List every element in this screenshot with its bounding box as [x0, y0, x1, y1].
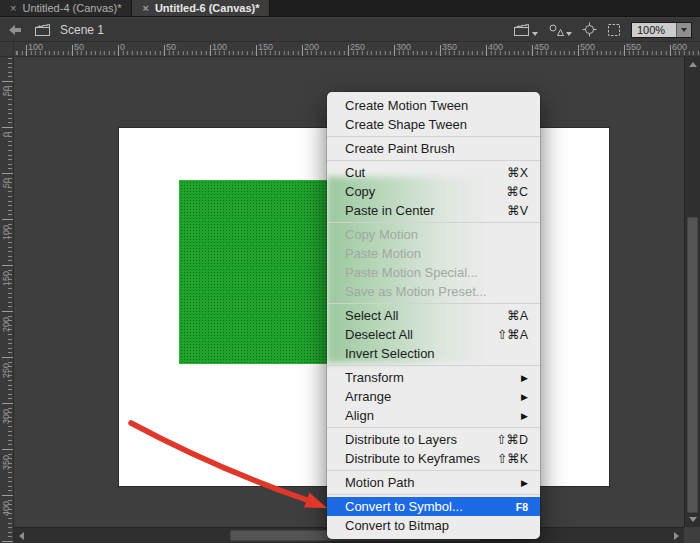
ruler-label: 50	[2, 86, 11, 96]
menu-item-select-all[interactable]: Select All⌘A	[327, 306, 540, 325]
menu-item-shortcut: ⌘C	[506, 184, 528, 199]
menu-item-arrange[interactable]: Arrange▶	[327, 387, 540, 406]
ruler-major-tick	[2, 449, 13, 450]
menu-item-label: Distribute to Layers	[345, 432, 496, 447]
back-button[interactable]	[4, 24, 26, 36]
close-icon[interactable]: ×	[10, 3, 16, 14]
zoom-level-dropdown[interactable]: 100%	[631, 22, 692, 38]
menu-item-label: Transform	[345, 370, 521, 385]
ruler-major-tick	[210, 45, 211, 56]
menu-item-create-shape-tween[interactable]: Create Shape Tween	[327, 115, 540, 134]
scene-breadcrumb[interactable]: Scene 1	[60, 23, 104, 37]
edit-bar-tools: 100%	[513, 22, 692, 38]
edit-symbols-button[interactable]	[548, 23, 572, 37]
menu-separator	[327, 427, 540, 428]
menu-separator	[327, 136, 540, 137]
menu-item-shortcut: ⇧⌘D	[496, 432, 528, 447]
context-menu: Create Motion TweenCreate Shape TweenCre…	[327, 92, 540, 539]
menu-item-distribute-to-layers[interactable]: Distribute to Layers⇧⌘D	[327, 430, 540, 449]
scroll-right-icon[interactable]	[674, 532, 679, 540]
menu-item-label: Deselect All	[345, 327, 497, 342]
tab-untitled-4[interactable]: × Untitled-4 (Canvas)*	[0, 0, 132, 16]
menu-item-label: Invert Selection	[345, 346, 528, 361]
scroll-up-icon[interactable]	[689, 62, 697, 67]
menu-item-label: Copy	[345, 184, 506, 199]
back-arrow-icon	[8, 24, 22, 36]
ruler-label: 300	[2, 408, 11, 423]
chevron-down-icon	[681, 28, 687, 32]
menu-item-label: Arrange	[345, 389, 521, 404]
ruler-major-tick	[486, 45, 487, 56]
ruler-major-tick	[118, 45, 119, 56]
ruler-major-tick	[2, 403, 13, 404]
ruler-major-tick	[256, 45, 257, 56]
menu-item-invert-selection[interactable]: Invert Selection	[327, 344, 540, 363]
menu-separator	[327, 365, 540, 366]
ruler-major-tick	[2, 173, 13, 174]
ruler-major-tick	[624, 45, 625, 56]
menu-item-label: Create Motion Tween	[345, 98, 528, 113]
menu-item-paste-in-center[interactable]: Paste in Center⌘V	[327, 201, 540, 220]
menu-item-label: Motion Path	[345, 475, 521, 490]
menu-separator	[327, 160, 540, 161]
menu-item-copy[interactable]: Copy⌘C	[327, 182, 540, 201]
ruler-major-tick	[26, 45, 27, 56]
ruler-label: 0	[2, 131, 11, 136]
center-stage-button[interactable]	[582, 22, 597, 37]
menu-item-cut[interactable]: Cut⌘X	[327, 163, 540, 182]
zoom-dropdown-button[interactable]	[676, 23, 691, 37]
ruler-label: 50	[166, 43, 176, 52]
submenu-arrow-icon: ▶	[521, 373, 528, 383]
menu-item-create-motion-tween[interactable]: Create Motion Tween	[327, 96, 540, 115]
ruler-major-tick	[2, 495, 13, 496]
ruler-label: 50	[2, 178, 11, 188]
menu-item-label: Paste Motion	[345, 246, 528, 261]
ruler-label: 550	[626, 43, 641, 52]
menu-item-transform[interactable]: Transform▶	[327, 368, 540, 387]
menu-item-deselect-all[interactable]: Deselect All⇧⌘A	[327, 325, 540, 344]
ruler-major-tick	[2, 265, 13, 266]
close-icon[interactable]: ×	[142, 3, 148, 14]
menu-item-create-paint-brush[interactable]: Create Paint Brush	[327, 139, 540, 158]
ruler-major-tick	[532, 45, 533, 56]
chevron-down-icon	[566, 32, 572, 36]
animate-window: × Untitled-4 (Canvas)* × Untitled-6 (Can…	[0, 0, 700, 543]
document-tab-bar: × Untitled-4 (Canvas)* × Untitled-6 (Can…	[0, 0, 700, 17]
ruler-label: 350	[442, 43, 457, 52]
vertical-ruler: 50050100150200250300350400450	[0, 57, 14, 543]
edit-scene-button[interactable]	[513, 23, 538, 37]
menu-item-convert-to-bitmap[interactable]: Convert to Bitmap	[327, 516, 540, 535]
crosshair-icon	[582, 22, 597, 37]
menu-item-label: Save as Motion Preset...	[345, 284, 528, 299]
ruler-major-tick	[2, 81, 13, 82]
ruler-label: 500	[580, 43, 595, 52]
ruler-label: 400	[488, 43, 503, 52]
ruler-corner	[0, 42, 14, 57]
menu-item-label: Distribute to Keyframes	[345, 451, 497, 466]
menu-item-align[interactable]: Align▶	[327, 406, 540, 425]
menu-item-shortcut: F8	[516, 501, 528, 513]
ruler-label: 200	[304, 43, 319, 52]
ruler-major-tick	[72, 45, 73, 56]
menu-item-distribute-to-keyframes[interactable]: Distribute to Keyframes⇧⌘K	[327, 449, 540, 468]
vertical-scrollbar[interactable]	[684, 57, 700, 527]
ruler-label: 600	[672, 43, 687, 52]
vertical-scrollbar-thumb[interactable]	[687, 217, 698, 513]
menu-item-label: Copy Motion	[345, 227, 528, 242]
ruler-label: 100	[28, 43, 43, 52]
tab-label: Untitled-6 (Canvas)*	[155, 2, 260, 14]
menu-item-motion-path[interactable]: Motion Path▶	[327, 473, 540, 492]
menu-item-shortcut: ⇧⌘A	[497, 327, 528, 342]
ruler-major-tick	[2, 357, 13, 358]
clip-content-button[interactable]	[607, 23, 621, 37]
ruler-minor-ticks	[8, 57, 12, 543]
scroll-down-icon[interactable]	[689, 517, 697, 522]
tab-untitled-6[interactable]: × Untitled-6 (Canvas)*	[132, 0, 270, 16]
ruler-major-tick	[578, 45, 579, 56]
menu-item-convert-to-symbol[interactable]: Convert to Symbol...F8	[327, 497, 540, 516]
scroll-left-icon[interactable]	[19, 532, 24, 540]
menu-item-shortcut: ⌘A	[507, 308, 528, 323]
menu-item-label: Paste in Center	[345, 203, 507, 218]
ruler-major-tick	[2, 219, 13, 220]
submenu-arrow-icon: ▶	[521, 411, 528, 421]
